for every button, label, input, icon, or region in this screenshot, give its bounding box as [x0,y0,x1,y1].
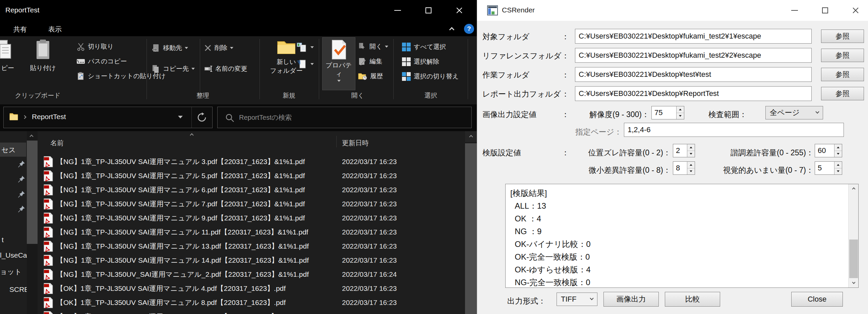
explorer-maximize-button[interactable] [417,0,440,21]
delete-button[interactable]: 削除 [204,44,234,52]
rename-button[interactable]: 名前の変更 [204,64,247,73]
deselect-button[interactable]: 選択解除 [402,57,439,66]
edit-button[interactable]: 編集 [358,57,382,66]
spinner-buttons[interactable] [834,144,842,157]
file-row[interactable]: 【OK】1章_TP-JL350UV SAI運用マニュアル 8.pdf【22031… [0,295,465,310]
spin-up-icon[interactable] [835,162,842,168]
target-folder-browse-button[interactable]: 参照 [821,30,864,43]
file-list-scrollbar-thumb[interactable] [465,143,477,314]
help-button[interactable]: ? [464,24,474,34]
pages-input[interactable]: 1,2,4-6 [624,123,844,137]
spinner-buttons[interactable] [687,144,695,157]
select-all-button[interactable]: すべて選択 [402,42,446,52]
work-folder-input[interactable]: C:¥Users¥EB030221¥Desktop¥test¥test [575,67,812,82]
compare-button[interactable]: 比較 [665,292,720,307]
scope-select[interactable]: 全ページ [766,106,823,119]
scroll-down-button[interactable] [848,278,859,287]
file-list-scrollbar[interactable] [465,131,477,314]
column-header-name[interactable]: 名前 [50,139,64,148]
inspection-settings-label: 検版設定値 [483,148,521,158]
open-button[interactable]: 開く [358,42,388,51]
results-scrollbar[interactable] [848,184,858,287]
colon: ： [562,109,569,120]
spinner-buttons[interactable] [834,162,842,174]
spin-up-icon[interactable] [677,106,684,113]
collapse-ribbon-button[interactable] [450,27,454,33]
file-row[interactable]: 【NG】1章_TP-JL350UV SAI運用マニュアル 7.pdf【22031… [0,197,465,211]
tab-share[interactable]: 共有 [11,24,29,34]
spin-up-icon[interactable] [687,144,695,151]
properties-button[interactable]: プロパティ [322,37,355,90]
output-format-select[interactable]: TIFF [557,292,597,306]
file-row[interactable]: 【NG】1章_TP-JL350UV SAI運用マニュアル 9.pdf【22031… [0,211,465,225]
file-row[interactable]: 【NG】1章_TP-JL350UV SAI運用マニュアル 13.pdf【2203… [0,239,465,253]
work-folder-browse-button[interactable]: 参照 [821,68,864,81]
target-folder-input[interactable]: C:¥Users¥EB030221¥Desktop¥fukami_test2¥1… [575,29,812,44]
file-row[interactable]: 【NG】1章_TP-JL350UV_SAI運用マニュアル_2.pdf【22031… [0,267,465,282]
spin-down-icon[interactable] [835,151,842,157]
tone-tolerance-spinner[interactable]: 60 [815,144,842,157]
reference-folder-input[interactable]: C:¥Users¥EB030221¥Desktop¥fukami_test2¥2… [575,48,812,63]
report-folder-browse-button[interactable]: 参照 [821,87,864,100]
tab-view[interactable]: 表示 [46,24,64,34]
cut-button[interactable]: 切り取り [76,42,114,51]
search-input[interactable]: ReportTestの検索 [239,113,292,122]
offset-tolerance-spinner[interactable]: 2 [673,144,695,157]
scroll-up-button[interactable] [465,131,477,142]
spin-down-icon[interactable] [677,113,684,119]
column-separator[interactable] [336,136,337,147]
search-bar[interactable]: ReportTestの検索 [217,107,472,128]
file-row[interactable]: 【NG】1章_TP-JL350UV SAI運用マニュアル 3.pdf【22031… [0,155,465,169]
colon: ： [562,70,569,80]
copy-button[interactable]: コピー [0,39,23,73]
minor-diff-tolerance-spinner[interactable]: 8 [673,161,695,175]
image-output-button[interactable]: 画像出力 [603,292,659,307]
dialog-close-button[interactable] [844,0,867,21]
file-row[interactable]: 【OK】1章_TP-JL350UV SAI運用マニュアル 4.pdf【22031… [0,282,465,295]
scroll-up-icon[interactable] [30,135,33,138]
easy-access-button[interactable] [297,58,314,70]
inspection-results-box[interactable]: [検版結果] ALL：13 OK ：4 NG ：9 OK-バイナリ比較：0 OK… [505,184,859,288]
spinner-buttons[interactable] [687,162,695,174]
address-bar[interactable]: ReportTest [3,107,213,128]
visual-ambiguity-spinner[interactable]: 5 [815,161,842,175]
column-header-date[interactable]: 更新日時 [342,139,369,148]
chevron-down-icon [590,296,593,300]
spin-up-icon[interactable] [687,162,695,168]
explorer-close-button[interactable] [447,0,471,21]
history-button[interactable]: 履歴 [358,72,383,81]
paste-button[interactable]: 貼り付け [26,39,60,73]
report-folder-input[interactable]: C:¥Users¥EB030221¥Desktop¥ReportTest [575,86,812,101]
spin-down-icon[interactable] [687,151,695,157]
move-to-button[interactable]: 移動先 [152,44,188,52]
spin-down-icon[interactable] [835,168,842,175]
dialog-minimize-button[interactable] [783,0,806,21]
pdf-file-icon [43,226,53,238]
reference-folder-browse-button[interactable]: 参照 [821,49,864,62]
results-scrollbar-thumb[interactable] [849,239,858,278]
sidebar-item-label[interactable]: セス [1,145,16,155]
scroll-up-button[interactable] [848,184,859,194]
spin-up-icon[interactable] [835,144,842,151]
spin-down-icon[interactable] [687,168,695,175]
dropdown-arrow-icon [385,46,388,48]
resolution-spinner[interactable]: 75 [651,106,684,119]
refresh-icon[interactable] [197,112,207,122]
file-row[interactable]: 【NG】1章_TP-JL350UV SAI運用マニュアル 6.pdf【22031… [0,183,465,197]
file-row[interactable]: 【NG】1章_TP-JL350UV SAI運用マニュアル 14.pdf【2203… [0,253,465,267]
copy-path-button[interactable]: パスのコピー [76,57,127,66]
dialog-maximize-button[interactable] [813,0,837,21]
file-row[interactable]: 【NG】1章_TP-JL350UV SAI運用マニュアル 11.pdf【2203… [0,225,465,239]
breadcrumb[interactable]: ReportTest [32,113,66,121]
close-dialog-button[interactable]: Close [791,292,843,307]
explorer-minimize-button[interactable] [386,0,409,21]
dropdown-arrow-icon [310,46,314,48]
chevron-down-icon [815,110,819,113]
file-row[interactable]: 【NG】1章_TP-JL350UV SAI運用マニュアル 5.pdf【22031… [0,169,465,183]
new-item-button[interactable] [297,41,314,53]
spinner-buttons[interactable] [676,106,684,119]
address-dropdown-icon[interactable] [178,116,183,118]
invert-selection-button[interactable]: 選択の切り替え [402,72,459,81]
file-row[interactable]: 【OK】1章_TP-JL350UV SAI運用マニュアル 10.pdf【2203… [0,310,465,314]
copy-to-button[interactable]: コピー先 [152,64,195,73]
